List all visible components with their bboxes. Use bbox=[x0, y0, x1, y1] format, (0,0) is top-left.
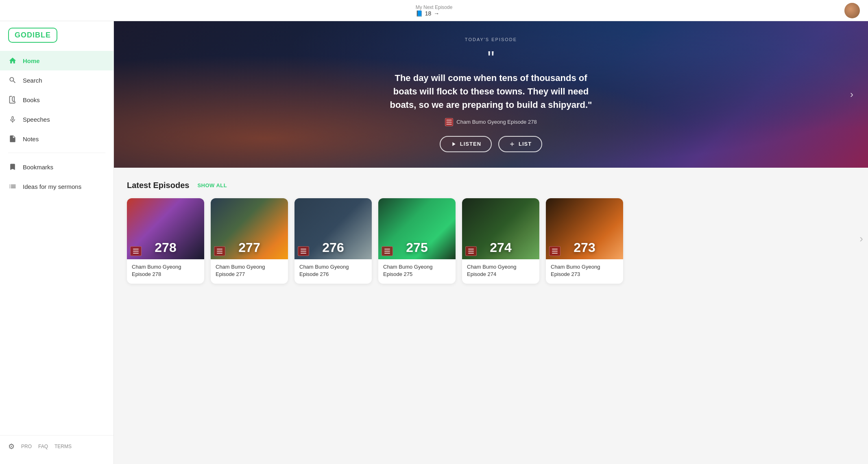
settings-icon[interactable]: ⚙ bbox=[8, 442, 15, 451]
sidebar-footer: ⚙ PRO FAQ TERMS bbox=[0, 435, 113, 457]
episode-badge-274 bbox=[465, 246, 477, 256]
episode-title-277: Cham Bumo GyeongEpisode 277 bbox=[216, 263, 283, 278]
sidebar-item-ideas-label: Ideas for my sermons bbox=[23, 183, 81, 190]
episodes-grid: 278 Cham Bumo GyeongEpisode 278 277 bbox=[127, 198, 855, 284]
user-avatar-area[interactable] bbox=[844, 3, 860, 18]
hero-label: TODAY'S EPISODE bbox=[465, 37, 517, 42]
badge-lines bbox=[446, 120, 452, 125]
next-episode-number: 18 bbox=[425, 10, 432, 17]
list-button[interactable]: LIST bbox=[498, 136, 542, 152]
list-label: LIST bbox=[519, 141, 532, 147]
episodes-grid-wrapper: 278 Cham Bumo GyeongEpisode 278 277 bbox=[127, 198, 855, 284]
sidebar-item-home[interactable]: Home bbox=[0, 51, 113, 70]
notes-icon bbox=[8, 134, 17, 143]
episode-card-275[interactable]: 275 Cham Bumo GyeongEpisode 275 bbox=[378, 198, 456, 284]
episode-card-273[interactable]: 273 Cham Bumo GyeongEpisode 273 bbox=[546, 198, 623, 284]
sidebar-item-books[interactable]: Books bbox=[0, 90, 113, 109]
avatar-image bbox=[844, 3, 860, 18]
quote-mark: " bbox=[487, 48, 494, 68]
next-episode-info[interactable]: My Next Episode 📘 18 → bbox=[416, 4, 453, 17]
episode-thumb-275: 275 bbox=[378, 198, 456, 259]
books-icon bbox=[8, 95, 17, 104]
episode-number-275: 275 bbox=[406, 240, 427, 255]
next-episode-label: My Next Episode bbox=[416, 4, 453, 10]
sidebar-item-search-label: Search bbox=[23, 77, 42, 84]
sidebar-item-bookmarks-label: Bookmarks bbox=[23, 164, 53, 171]
episode-info-275: Cham Bumo GyeongEpisode 275 bbox=[378, 259, 456, 284]
episode-thumb-277: 277 bbox=[211, 198, 288, 259]
episode-title-274: Cham Bumo GyeongEpisode 274 bbox=[467, 263, 534, 278]
episode-card-277[interactable]: 277 Cham Bumo GyeongEpisode 277 bbox=[211, 198, 288, 284]
microphone-icon bbox=[8, 115, 17, 124]
episode-badge-273 bbox=[549, 246, 560, 256]
logo[interactable]: GODIBLE bbox=[8, 28, 57, 43]
content-area: TODAY'S EPISODE " The day will come when… bbox=[114, 21, 868, 464]
latest-episodes-section: Latest Episodes SHOW ALL 278 Cham Bumo G… bbox=[114, 168, 868, 293]
sidebar-item-home-label: Home bbox=[23, 57, 40, 64]
episode-title-276: Cham Bumo GyeongEpisode 276 bbox=[299, 263, 367, 278]
episode-number-278: 278 bbox=[155, 240, 176, 255]
main-layout: GODIBLE Home Search bbox=[0, 21, 868, 464]
episode-number-274: 274 bbox=[490, 240, 511, 255]
hero-next-arrow[interactable]: › bbox=[844, 86, 860, 103]
next-episode-arrow: → bbox=[434, 10, 439, 17]
episode-title-275: Cham Bumo GyeongEpisode 275 bbox=[383, 263, 451, 278]
listen-label: LISTEN bbox=[460, 141, 481, 147]
episode-title-273: Cham Bumo GyeongEpisode 273 bbox=[551, 263, 618, 278]
episode-number-276: 276 bbox=[322, 240, 344, 255]
section-title: Latest Episodes bbox=[127, 181, 189, 190]
sidebar-item-notes[interactable]: Notes bbox=[0, 129, 113, 149]
hero-buttons: LISTEN LIST bbox=[440, 136, 542, 152]
episode-badge-275 bbox=[382, 246, 393, 256]
hero-content: TODAY'S EPISODE " The day will come when… bbox=[114, 21, 868, 168]
sidebar-item-search[interactable]: Search bbox=[0, 70, 113, 90]
sidebar: GODIBLE Home Search bbox=[0, 21, 114, 464]
sidebar-item-speeches-label: Speeches bbox=[23, 116, 50, 123]
sidebar-item-ideas[interactable]: Ideas for my sermons bbox=[0, 177, 113, 196]
episodes-next-arrow[interactable]: › bbox=[859, 232, 863, 245]
sidebar-item-notes-label: Notes bbox=[23, 136, 39, 142]
episode-thumb-276: 276 bbox=[294, 198, 372, 259]
episode-badge-276 bbox=[298, 246, 309, 256]
hero-banner: TODAY'S EPISODE " The day will come when… bbox=[114, 21, 868, 168]
top-bar: My Next Episode 📘 18 → bbox=[0, 0, 868, 21]
episode-badge-278 bbox=[130, 246, 142, 256]
sidebar-item-bookmarks[interactable]: Bookmarks bbox=[0, 157, 113, 177]
episode-badge-277 bbox=[214, 246, 225, 256]
episode-thumb-278: 278 bbox=[127, 198, 204, 259]
faq-link[interactable]: FAQ bbox=[38, 444, 48, 449]
episode-card-274[interactable]: 274 Cham Bumo GyeongEpisode 274 bbox=[462, 198, 539, 284]
nav-section: Home Search Books Speec bbox=[0, 51, 113, 435]
episode-info-278: Cham Bumo GyeongEpisode 278 bbox=[127, 259, 204, 284]
section-header: Latest Episodes SHOW ALL bbox=[127, 181, 855, 190]
hero-quote: The day will come when tens of thousands… bbox=[385, 71, 597, 112]
next-episode-icon: 📘 bbox=[416, 10, 423, 17]
sidebar-item-speeches[interactable]: Speeches bbox=[0, 109, 113, 129]
nav-divider bbox=[8, 153, 105, 153]
episode-info-273: Cham Bumo GyeongEpisode 273 bbox=[546, 259, 623, 284]
pro-link[interactable]: PRO bbox=[21, 444, 32, 449]
episode-card-278[interactable]: 278 Cham Bumo GyeongEpisode 278 bbox=[127, 198, 204, 284]
search-icon bbox=[8, 76, 17, 85]
episode-info-277: Cham Bumo GyeongEpisode 277 bbox=[211, 259, 288, 284]
episode-card-276[interactable]: 276 Cham Bumo GyeongEpisode 276 bbox=[294, 198, 372, 284]
show-all-button[interactable]: SHOW ALL bbox=[197, 182, 227, 188]
source-icon bbox=[445, 118, 453, 126]
hero-source: Cham Bumo Gyeong Episode 278 bbox=[445, 118, 537, 126]
home-icon bbox=[8, 56, 17, 65]
next-episode-row[interactable]: 📘 18 → bbox=[416, 10, 453, 17]
hero-source-text: Cham Bumo Gyeong Episode 278 bbox=[456, 119, 537, 125]
episode-info-274: Cham Bumo GyeongEpisode 274 bbox=[462, 259, 539, 284]
list-icon bbox=[8, 182, 17, 191]
listen-button[interactable]: LISTEN bbox=[440, 136, 492, 152]
logo-area: GODIBLE bbox=[0, 28, 113, 51]
episode-thumb-274: 274 bbox=[462, 198, 539, 259]
avatar[interactable] bbox=[844, 3, 860, 18]
sidebar-item-books-label: Books bbox=[23, 96, 40, 103]
terms-link[interactable]: TERMS bbox=[55, 444, 72, 449]
bookmark-icon bbox=[8, 162, 17, 171]
episode-info-276: Cham Bumo GyeongEpisode 276 bbox=[294, 259, 372, 284]
episode-number-277: 277 bbox=[238, 240, 260, 255]
episode-number-273: 273 bbox=[574, 240, 595, 255]
episode-thumb-273: 273 bbox=[546, 198, 623, 259]
